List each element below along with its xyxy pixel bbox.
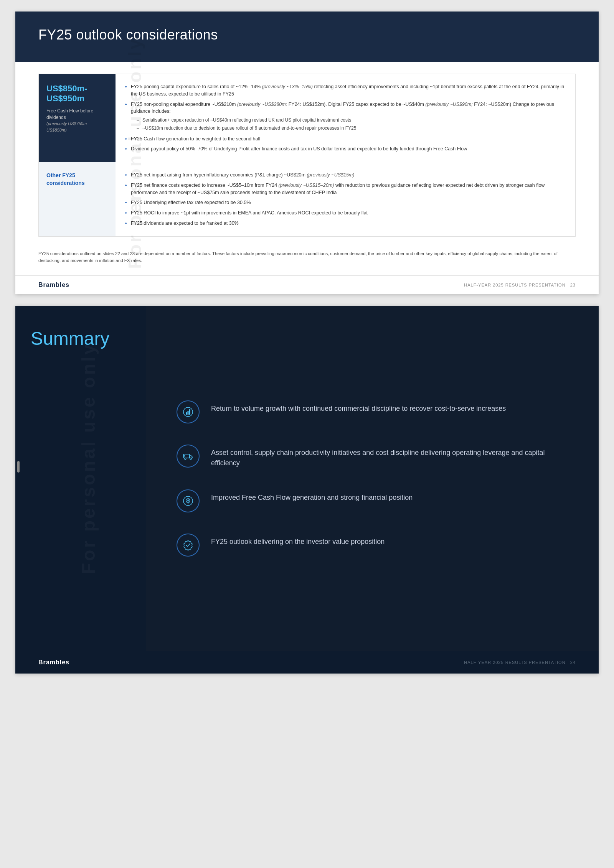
truck-asset-icon [177, 445, 200, 468]
svg-rect-3 [189, 409, 190, 415]
svg-rect-4 [183, 454, 190, 458]
other-bullets: FY25 net impact arising from hyperinflat… [125, 170, 566, 229]
svg-rect-2 [188, 411, 189, 415]
summary-left-panel: Summary For personal use only [15, 306, 146, 651]
summary-item-3-text: Improved Free Cash Flow generation and s… [211, 489, 413, 503]
slide-1-body: US$850m-US$950m Free Cash Flow before di… [15, 62, 599, 275]
table-row-other: Other FY25 considerations FY25 net impac… [39, 162, 575, 236]
other-bullet-3: FY25 Underlying effective tax rate expec… [125, 198, 566, 208]
outlook-table: US$850m-US$950m Free Cash Flow before di… [38, 74, 576, 237]
cashflow-label: Free Cash Flow before dividends (previou… [46, 108, 108, 133]
bullet-1-1: FY25 pooling capital expenditure to sale… [125, 82, 566, 99]
slide-1-header: FY25 outlook considerations [15, 12, 599, 62]
svg-point-6 [190, 458, 191, 460]
svg-point-5 [185, 458, 186, 460]
watermark-2: For personal use only [78, 382, 99, 574]
badge-check-icon [177, 534, 200, 557]
other-bullet-5: FY25 dividends are expected to be franke… [125, 218, 566, 229]
summary-item-2-text: Asset control, supply chain productivity… [211, 445, 568, 468]
summary-item-2: Asset control, supply chain productivity… [177, 445, 568, 468]
summary-right-panel: Return to volume growth with continued c… [146, 306, 599, 651]
summary-item-1: Return to volume growth with continued c… [177, 400, 568, 423]
summary-title: Summary [31, 329, 130, 349]
summary-item-4: FY25 outlook delivering on the investor … [177, 534, 568, 557]
slide-2: Summary For personal use only Return to … [15, 306, 599, 674]
brambles-logo-2: Brambles [38, 659, 69, 666]
bullet-1-4: Dividend payout policy of 50%–70% of Und… [125, 144, 566, 154]
bullet-1-2: FY25 non-pooling capital expenditure ~US… [125, 99, 566, 134]
cash-flow-icon [177, 489, 200, 512]
sub-bullets: Serialisation+ capex reduction of ~US$40… [131, 116, 566, 132]
sub-bullet-2: ~US$10m reduction due to decision to pau… [137, 124, 566, 132]
scroll-handle [17, 461, 20, 473]
sub-bullet-1: Serialisation+ capex reduction of ~US$40… [137, 116, 566, 124]
slide-1-footer: Brambles HALF-YEAR 2025 RESULTS PRESENTA… [15, 275, 599, 294]
slide-1: For personal use only FY25 outlook consi… [15, 12, 599, 294]
slide-1-title: FY25 outlook considerations [38, 27, 576, 43]
right-cell-other: FY25 net impact arising from hyperinflat… [116, 162, 575, 236]
right-cell-cashflow: FY25 pooling capital expenditure to sale… [116, 74, 575, 162]
other-fy25-title: Other FY25 considerations [46, 172, 108, 187]
footnote: FY25 considerations outlined on slides 2… [38, 244, 576, 268]
left-cell-other: Other FY25 considerations [39, 162, 116, 236]
svg-rect-1 [186, 412, 187, 415]
footer-right-1: HALF-YEAR 2025 RESULTS PRESENTATION 23 [464, 283, 576, 287]
other-bullet-4: FY25 ROCI to improve ~1pt with improveme… [125, 208, 566, 218]
slide-2-inner: Summary For personal use only Return to … [15, 306, 599, 651]
slide-2-footer: Brambles HALF-YEAR 2025 RESULTS PRESENTA… [15, 651, 599, 674]
cashflow-amount: US$850m-US$950m [46, 84, 108, 104]
bullet-1-3: FY25 Cash flow generation to be weighted… [125, 134, 566, 144]
cashflow-bullets: FY25 pooling capital expenditure to sale… [125, 82, 566, 154]
left-cell-cashflow: US$850m-US$950m Free Cash Flow before di… [39, 74, 116, 162]
brambles-logo-1: Brambles [38, 282, 69, 288]
summary-item-4-text: FY25 outlook delivering on the investor … [211, 534, 385, 547]
table-row-cashflow: US$850m-US$950m Free Cash Flow before di… [39, 74, 575, 162]
summary-item-1-text: Return to volume growth with continued c… [211, 400, 506, 414]
other-bullet-1: FY25 net impact arising from hyperinflat… [125, 170, 566, 180]
other-bullet-2: FY25 net finance costs expected to incre… [125, 180, 566, 198]
chart-growth-icon [177, 400, 200, 423]
footer-right-2: HALF-YEAR 2025 RESULTS PRESENTATION 24 [464, 660, 576, 665]
summary-item-3: Improved Free Cash Flow generation and s… [177, 489, 568, 512]
